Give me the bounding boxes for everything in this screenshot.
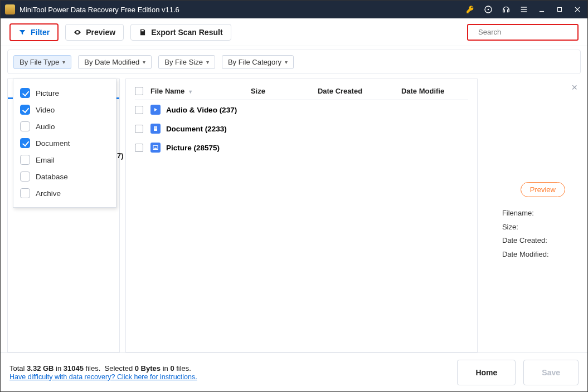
maximize-icon[interactable] (554, 4, 565, 15)
chevron-down-icon: ▾ (285, 59, 288, 65)
chevron-down-icon: ▾ (62, 59, 65, 65)
disc-icon[interactable] (483, 4, 494, 15)
minimize-icon[interactable] (536, 4, 547, 15)
filter-option-picture[interactable]: Picture (18, 85, 111, 101)
filter-option-email[interactable]: Email (18, 151, 111, 168)
help-link[interactable]: Have difficulty with data recovery? Clic… (9, 373, 197, 381)
svg-marker-16 (154, 148, 157, 149)
filter-option-archive[interactable]: Archive (18, 185, 111, 202)
footer: Total 3.32 GB in 31045 files. Selected 0… (1, 352, 587, 391)
preview-panel: × Preview Filename: Size: Date Created: … (483, 79, 581, 352)
headset-icon[interactable] (500, 4, 512, 15)
dropdown-by-file-type[interactable]: By File Type▾ (13, 55, 71, 69)
dropdown-by-file-size[interactable]: By File Size▾ (158, 55, 215, 69)
chevron-down-icon: ▾ (143, 59, 145, 65)
audio-video-icon (150, 105, 161, 115)
toolbar: Filter Preview Export Scan Result (1, 18, 587, 46)
svg-point-1 (488, 9, 489, 11)
col-date-created[interactable]: Date Created (318, 87, 401, 95)
table-row[interactable]: Audio & Video (237) (135, 100, 468, 119)
search-box[interactable] (467, 24, 579, 41)
save-button[interactable]: Save (523, 360, 579, 385)
titlebar: MiniTool Power Data Recovery Free Editio… (1, 1, 587, 18)
sort-desc-icon: ▼ (188, 89, 193, 95)
svg-rect-6 (558, 8, 562, 12)
filter-option-video[interactable]: Video (18, 101, 111, 118)
row-checkbox[interactable] (135, 144, 143, 152)
left-item-count-fragment: 7) (117, 151, 124, 160)
picture-icon (150, 143, 161, 153)
checkbox-icon[interactable] (20, 155, 30, 165)
search-input[interactable] (478, 28, 572, 36)
row-label: Document (2233) (166, 125, 227, 133)
meta-size: Size: (502, 220, 549, 234)
row-checkbox[interactable] (135, 106, 143, 114)
filter-option-database[interactable]: Database (18, 168, 111, 185)
close-icon[interactable] (572, 4, 583, 15)
checkbox-icon[interactable] (20, 105, 30, 115)
meta-created: Date Created: (502, 234, 549, 248)
dropdown-by-file-category[interactable]: By File Category▾ (222, 55, 294, 69)
checkbox-icon[interactable] (20, 121, 30, 131)
close-preview-icon[interactable]: × (571, 82, 577, 94)
key-icon[interactable] (465, 4, 476, 15)
col-filename[interactable]: File Name▼ (150, 87, 251, 95)
select-all-checkbox[interactable] (135, 87, 143, 95)
footer-stats: Total 3.32 GB in 31045 files. Selected 0… (9, 364, 197, 381)
filter-option-document[interactable]: Document (18, 135, 111, 151)
row-label: Picture (28575) (166, 144, 220, 152)
document-icon (150, 124, 161, 134)
meta-filename: Filename: (502, 207, 549, 220)
table-row[interactable]: Document (2233) (135, 119, 468, 138)
checkbox-icon[interactable] (20, 88, 30, 98)
file-list-panel: File Name▼ Size Date Created Date Modifi… (125, 79, 478, 352)
menu-icon[interactable] (518, 4, 529, 15)
checkbox-icon[interactable] (20, 171, 30, 182)
table-row[interactable]: Picture (28575) (135, 138, 468, 157)
filter-dropdowns-row: By File Type▾ By Date Modified▾ By File … (7, 50, 581, 74)
eye-icon (74, 28, 81, 36)
file-type-filter-popover: Picture Video Audio Document Email Datab… (13, 79, 116, 208)
filter-option-audio[interactable]: Audio (18, 118, 111, 135)
row-checkbox[interactable] (135, 125, 143, 133)
app-title: MiniTool Power Data Recovery Free Editio… (20, 6, 179, 14)
preview-label: Preview (86, 28, 115, 37)
meta-modified: Date Modified: (502, 248, 549, 262)
col-size[interactable]: Size (251, 87, 318, 95)
chevron-down-icon: ▾ (206, 59, 209, 65)
svg-marker-11 (154, 108, 157, 111)
save-icon (139, 28, 147, 36)
filter-icon (18, 28, 26, 36)
preview-button[interactable]: Preview (521, 182, 565, 197)
preview-toolbar-button[interactable]: Preview (65, 24, 124, 41)
app-logo-icon (5, 4, 15, 14)
home-button[interactable]: Home (457, 360, 516, 385)
col-date-modified[interactable]: Date Modifie (401, 87, 468, 95)
export-label: Export Scan Result (151, 28, 222, 37)
table-header: File Name▼ Size Date Created Date Modifi… (135, 87, 468, 100)
row-label: Audio & Video (237) (166, 106, 237, 114)
checkbox-icon[interactable] (20, 138, 30, 148)
checkbox-icon[interactable] (20, 188, 30, 198)
preview-metadata: Filename: Size: Date Created: Date Modif… (502, 207, 549, 262)
export-button[interactable]: Export Scan Result (130, 24, 231, 41)
main-area: 7) Picture Video Audio Document Email Da… (7, 79, 581, 352)
filter-button[interactable]: Filter (9, 23, 59, 41)
dropdown-by-date-modified[interactable]: By Date Modified▾ (78, 55, 152, 69)
filter-label: Filter (31, 28, 50, 37)
